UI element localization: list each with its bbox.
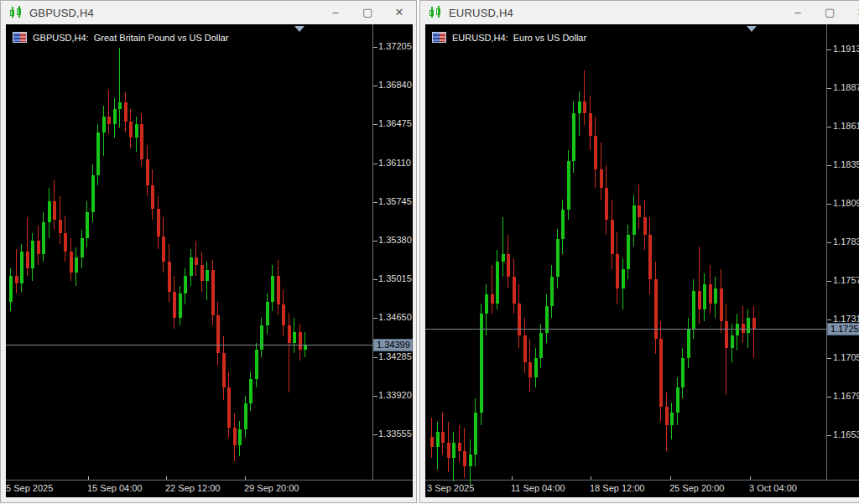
candle-bull bbox=[556, 239, 560, 277]
price-axis-line bbox=[826, 24, 827, 481]
candle-bull bbox=[496, 262, 499, 304]
symbol-chart-icon bbox=[13, 32, 27, 43]
time-axis-tick bbox=[750, 476, 751, 480]
chart-plot-area[interactable]: GBPUSD,H4: Great Britain Pound vs US Dol… bbox=[6, 24, 413, 497]
price-axis-label: 1.1783 bbox=[833, 236, 859, 247]
candle-bull bbox=[118, 102, 122, 109]
candle-bear bbox=[638, 205, 641, 217]
time-axis-label: 25 Sep 20:00 bbox=[669, 483, 724, 493]
candle-bull bbox=[550, 277, 554, 306]
time-axis-line bbox=[6, 480, 413, 481]
candle-bear bbox=[124, 102, 128, 122]
candle-bull bbox=[81, 238, 84, 257]
candle-bear bbox=[157, 209, 160, 236]
candle-bull bbox=[485, 294, 488, 314]
candle-wick bbox=[726, 304, 726, 395]
candle-bear bbox=[491, 294, 494, 304]
current-price-box: 1.34399 bbox=[373, 339, 413, 351]
price-axis-tick bbox=[373, 357, 377, 358]
candle-bull bbox=[436, 432, 440, 447]
price-axis-label: 1.1835 bbox=[833, 159, 859, 169]
candle-bull bbox=[534, 358, 538, 377]
candle-bear bbox=[528, 362, 532, 377]
candle-bear bbox=[518, 304, 521, 335]
close-icon[interactable]: ✕ bbox=[394, 1, 404, 24]
candle-bear bbox=[720, 288, 723, 321]
candle-bear bbox=[600, 169, 603, 188]
candle-bear bbox=[70, 252, 73, 273]
price-axis-label: 1.1809 bbox=[833, 198, 859, 208]
chart-legend-label: GBPUSD,H4: Great Britain Pound vs US Dol… bbox=[33, 33, 229, 43]
candle-bear bbox=[463, 451, 466, 466]
candlestick-chart-icon bbox=[428, 6, 443, 19]
candle-bear bbox=[594, 136, 597, 169]
chart-legend-label: EURUSD,H4: Euro vs US Dollar bbox=[452, 33, 586, 43]
candle-bull bbox=[502, 254, 505, 262]
candle-bear bbox=[227, 387, 231, 428]
candle-bull bbox=[687, 329, 690, 358]
candle-bull bbox=[452, 443, 456, 458]
chart-legend: GBPUSD,H4: Great Britain Pound vs US Dol… bbox=[13, 32, 229, 43]
chart-window-gbpusd: GBPUSD,H4 – ▢ ✕ GBPUSD,H4: Great Britain… bbox=[0, 0, 417, 503]
candle-wick bbox=[584, 70, 585, 125]
price-axis-label: 1.36475 bbox=[378, 118, 412, 128]
candle-bear bbox=[15, 276, 18, 283]
time-axis-line bbox=[425, 480, 859, 481]
candle-bear bbox=[107, 117, 111, 124]
window-titlebar[interactable]: EURUSD,H4 – ▢ ✕ bbox=[420, 1, 859, 24]
candle-bear bbox=[233, 428, 237, 445]
candle-bull bbox=[102, 117, 106, 132]
candle-bull bbox=[670, 413, 674, 425]
chart-plot-area[interactable]: EURUSD,H4: Euro vs US Dollar 1.19131.188… bbox=[425, 24, 859, 497]
candle-bull bbox=[271, 276, 274, 302]
price-axis-line bbox=[372, 24, 373, 481]
price-axis-tick bbox=[373, 241, 377, 242]
candle-bull bbox=[42, 222, 45, 254]
candle-bull bbox=[190, 257, 193, 276]
minimize-icon[interactable]: – bbox=[331, 1, 341, 24]
candle-bear bbox=[288, 325, 291, 343]
candle-bull bbox=[539, 333, 543, 358]
window-titlebar[interactable]: GBPUSD,H4 – ▢ ✕ bbox=[1, 1, 416, 24]
candle-wick bbox=[108, 90, 109, 134]
price-axis-label: 1.1913 bbox=[833, 44, 859, 54]
time-axis-label: 22 Sep 12:00 bbox=[165, 483, 220, 493]
time-axis-label: 18 Sep 12:00 bbox=[590, 483, 644, 493]
price-axis-tick bbox=[827, 435, 831, 436]
time-axis-label: 3 Oct 04:00 bbox=[749, 483, 797, 493]
scroll-to-end-marker-icon[interactable] bbox=[294, 26, 305, 32]
price-axis-label: 1.1757 bbox=[833, 275, 859, 285]
candle-bear bbox=[589, 113, 592, 136]
candle-bull bbox=[293, 332, 296, 343]
candle-bear bbox=[583, 101, 586, 113]
price-axis-tick bbox=[827, 281, 831, 282]
candle-bull bbox=[676, 387, 679, 413]
candle-bear bbox=[146, 159, 149, 185]
candle-wick bbox=[492, 265, 492, 314]
candle-bear bbox=[195, 257, 198, 265]
price-axis-label: 1.36110 bbox=[378, 158, 411, 168]
candle-bear bbox=[37, 241, 40, 254]
price-axis-tick bbox=[827, 88, 831, 89]
current-price-box: 1.1725 bbox=[827, 323, 859, 335]
candle-bear bbox=[648, 235, 652, 279]
candle-bull bbox=[91, 175, 95, 212]
candle-bear bbox=[26, 252, 29, 268]
maximize-icon[interactable]: ▢ bbox=[825, 1, 835, 24]
candle-bull bbox=[266, 302, 269, 325]
scroll-to-end-marker-icon[interactable] bbox=[747, 26, 757, 32]
current-price-line bbox=[425, 329, 826, 330]
maximize-icon[interactable]: ▢ bbox=[362, 1, 372, 24]
candle-bull bbox=[627, 235, 630, 269]
candle-bear bbox=[168, 262, 171, 292]
candle-bull bbox=[578, 101, 581, 113]
candle-bull bbox=[135, 124, 138, 138]
time-axis-tick bbox=[591, 476, 591, 480]
minimize-icon[interactable]: – bbox=[793, 1, 803, 24]
candle-bear bbox=[64, 233, 67, 252]
price-axis-label: 1.34650 bbox=[378, 312, 412, 322]
candle-bear bbox=[173, 292, 176, 318]
price-axis-tick bbox=[827, 242, 831, 243]
time-axis-label: 5 Sep 2025 bbox=[6, 483, 53, 493]
candle-bull bbox=[86, 212, 89, 238]
